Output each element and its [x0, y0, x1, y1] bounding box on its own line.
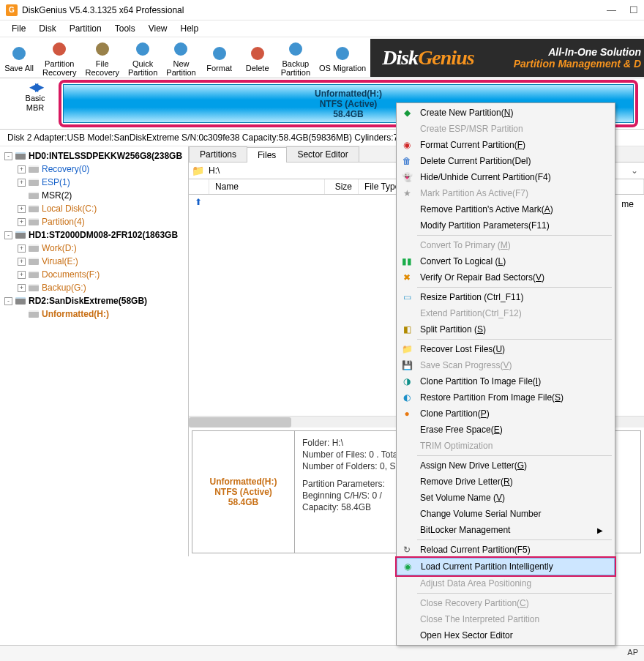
tree-label: Backup(G:) — [42, 283, 86, 293]
ctx-item[interactable]: ◉Format Current Partition(F) — [397, 137, 615, 153]
ctx-icon: ◧ — [400, 324, 414, 335]
tool-file-recovery[interactable]: File Recovery — [80, 37, 123, 78]
tool-quick-partition[interactable]: Quick Partition — [124, 37, 162, 78]
ctx-item[interactable]: Remove Drive Letter(R) — [397, 474, 615, 490]
separator — [417, 287, 612, 288]
tool-os-migration[interactable]: OS Migration — [315, 37, 370, 78]
expand-icon[interactable]: - — [4, 152, 12, 160]
ctx-item[interactable]: 👻Hide/Unhide Current Partition(F4) — [397, 169, 615, 185]
col-size[interactable]: Size — [325, 179, 359, 194]
tool-delete[interactable]: Delete — [239, 37, 277, 78]
ctx-item[interactable]: Set Volume Name (V) — [397, 490, 615, 506]
col-icon[interactable] — [189, 179, 209, 194]
ctx-item[interactable]: ●Clone Partition(P) — [397, 406, 615, 422]
tree-node[interactable]: +Backup(G:) — [1, 281, 187, 294]
ctx-item[interactable]: ◧Split Partition (S) — [397, 321, 615, 337]
backup-partition-icon — [285, 39, 307, 59]
ctx-item[interactable]: ◆Create New Partition(N) — [397, 105, 615, 121]
ctx-icon — [400, 460, 414, 471]
svg-point-0 — [12, 47, 26, 60]
chevron-down-icon[interactable]: ⌄ — [628, 165, 641, 176]
expand-icon[interactable]: + — [18, 258, 26, 266]
tree-node[interactable]: MSR(2) — [1, 189, 187, 202]
tree-node[interactable]: +Recovery(0) — [1, 163, 187, 176]
tool-partition-recovery[interactable]: Partition Recovery — [38, 37, 80, 78]
menu-disk[interactable]: Disk — [33, 22, 61, 35]
svg-point-2 — [96, 42, 109, 56]
ctx-item[interactable]: ↻Reload Current Partition(F5) — [397, 542, 615, 558]
separator — [417, 593, 612, 594]
ctx-item[interactable]: Open Hex Sector Editor — [397, 627, 615, 643]
tab-partitions[interactable]: Partitions — [189, 146, 247, 162]
menu-help[interactable]: Help — [175, 22, 205, 35]
tree-node[interactable]: +Partition(4) — [1, 215, 187, 228]
tool-label: Partition Recovery — [42, 59, 76, 77]
ctx-item[interactable]: ◑Clone Partition To Image File(I) — [397, 373, 615, 389]
menu-file[interactable]: File — [6, 22, 31, 35]
tool-format[interactable]: Format — [201, 37, 239, 78]
ctx-item[interactable]: ▭Resize Partition (Ctrl_F11) — [397, 289, 615, 305]
tree-node[interactable]: +Local Disk(C:) — [1, 202, 187, 215]
ctx-item[interactable]: ◉Load Current Partition Intelligently — [397, 558, 615, 575]
disk-nav: ◀▶ Basic MBR — [12, 80, 59, 127]
minimize-button[interactable]: — — [607, 4, 616, 15]
scroll-thumb[interactable] — [189, 417, 291, 427]
partition-recovery-icon — [48, 39, 70, 59]
ctx-item[interactable]: ✖Verify Or Repair Bad Sectors(V) — [397, 269, 615, 285]
menu-tools[interactable]: Tools — [109, 22, 141, 35]
expand-icon[interactable]: + — [18, 271, 26, 279]
tree-label: Virual(E:) — [42, 256, 78, 266]
tool-save-all[interactable]: Save All — [0, 37, 38, 78]
ctx-icon — [400, 440, 414, 452]
expand-icon[interactable]: - — [4, 231, 12, 239]
ctx-label: Split Partition (S) — [420, 324, 486, 335]
tree-label: Partition(4) — [42, 217, 85, 227]
tab-files[interactable]: Files — [247, 147, 287, 163]
ctx-item[interactable]: ◐Restore Partition From Image File(S) — [397, 389, 615, 406]
ctx-item[interactable]: ▮▮Convert To Logical (L) — [397, 253, 615, 269]
ctx-icon — [400, 597, 414, 609]
next-disk-icon[interactable]: ▶ — [35, 81, 41, 93]
tree-node[interactable]: -RD2:SanDiskExtreme(58GB) — [1, 294, 187, 307]
svg-point-4 — [174, 42, 187, 56]
ctx-item[interactable]: Change Volume Serial Number — [397, 506, 615, 522]
det-l1: Unformatted(H:) — [210, 477, 277, 487]
expand-icon[interactable]: + — [18, 179, 26, 187]
tree-node[interactable]: +Work(D:) — [1, 242, 187, 255]
maximize-button[interactable]: ☐ — [629, 4, 638, 15]
expand-icon[interactable]: + — [18, 165, 26, 173]
ctx-label: Create New Partition(N) — [420, 108, 513, 118]
ctx-item[interactable]: Erase Free Space(E) — [397, 422, 615, 438]
tool-backup-partition[interactable]: Backup Partition — [277, 37, 315, 78]
expand-icon[interactable]: - — [4, 297, 12, 305]
ctx-item[interactable]: BitLocker Management▶ — [397, 522, 615, 538]
expand-icon[interactable]: + — [18, 284, 26, 292]
svg-point-7 — [289, 42, 302, 56]
tree-node[interactable]: -HD0:INTELSSDPEKKW256G8(238GB — [1, 149, 187, 163]
ctx-icon: 📁 — [400, 343, 414, 355]
menu-view[interactable]: View — [143, 22, 173, 35]
tab-sector-editor[interactable]: Sector Editor — [286, 146, 359, 162]
tree-node[interactable]: -HD1:ST2000DM008-2FR102(1863GB — [1, 228, 187, 242]
menu-partition[interactable]: Partition — [64, 22, 108, 35]
tool-new-partition[interactable]: New Partition — [162, 37, 200, 78]
ctx-item[interactable]: Assign New Drive Letter(G) — [397, 458, 615, 474]
col-name[interactable]: Name — [209, 179, 325, 194]
tree-node[interactable]: +Virual(E:) — [1, 255, 187, 268]
expand-icon[interactable]: + — [18, 218, 26, 226]
partition-icon — [29, 258, 39, 265]
tree-node[interactable]: +ESP(1) — [1, 176, 187, 189]
ctx-item[interactable]: 📁Recover Lost Files(U) — [397, 341, 615, 357]
ctx-label: Set Volume Name (V) — [420, 493, 505, 503]
tree-node[interactable]: Unformatted(H:) — [1, 307, 187, 321]
ctx-label: Verify Or Repair Bad Sectors(V) — [420, 272, 544, 283]
ctx-item[interactable]: Modify Partition Parameters(F11) — [397, 217, 615, 234]
ctx-item[interactable]: Remove Partition's Active Mark(A) — [397, 201, 615, 217]
expand-icon[interactable]: + — [18, 205, 26, 213]
disk-icon — [15, 152, 26, 160]
tree-node[interactable]: +Documents(F:) — [1, 268, 187, 281]
expand-icon[interactable]: + — [18, 244, 26, 253]
ctx-item[interactable]: 🗑Delete Current Partition(Del) — [397, 153, 615, 169]
window-title: DiskGenius V5.4.3.1325 x64 Professional — [22, 5, 184, 15]
prev-disk-icon[interactable]: ◀ — [29, 81, 35, 93]
